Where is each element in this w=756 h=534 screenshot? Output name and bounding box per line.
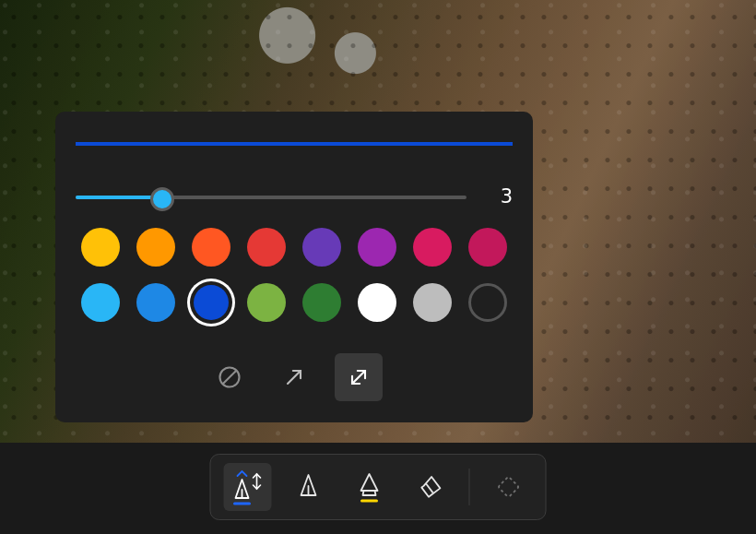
annotation-toolbar xyxy=(210,454,547,520)
tip-none[interactable] xyxy=(206,353,254,401)
color-swatch[interactable] xyxy=(81,228,120,267)
pen-icon xyxy=(301,475,316,495)
tool-highlighter[interactable] xyxy=(346,463,394,511)
color-swatch[interactable] xyxy=(358,283,396,322)
svg-line-4 xyxy=(352,371,365,384)
svg-rect-11 xyxy=(498,477,519,498)
pen-icon xyxy=(236,480,249,498)
thickness-value: 3 xyxy=(490,185,513,208)
chevron-up-icon xyxy=(238,471,247,476)
color-swatch[interactable] xyxy=(413,283,452,322)
stroke-preview xyxy=(76,139,513,148)
highlighter-icon xyxy=(361,474,378,495)
color-swatches xyxy=(81,228,507,322)
svg-line-10 xyxy=(425,483,434,492)
tool-eraser[interactable] xyxy=(407,463,455,511)
color-swatch[interactable] xyxy=(192,228,230,267)
eraser-icon xyxy=(420,476,442,499)
tool-pen-primary[interactable] xyxy=(224,463,272,511)
color-swatch[interactable] xyxy=(413,228,452,267)
tool-pen-secondary[interactable] xyxy=(285,463,333,511)
color-swatch[interactable] xyxy=(247,228,286,267)
color-swatch[interactable] xyxy=(194,285,229,320)
color-swatch[interactable] xyxy=(81,283,120,322)
color-swatch[interactable] xyxy=(136,283,175,322)
color-swatch[interactable] xyxy=(136,228,175,267)
pen-settings-panel: 3 xyxy=(55,112,533,422)
svg-line-2 xyxy=(222,370,236,384)
toolbar-strip xyxy=(0,443,756,534)
slider-thumb[interactable] xyxy=(150,187,174,211)
color-swatch[interactable] xyxy=(358,228,396,267)
tip-single-arrow[interactable] xyxy=(270,353,318,401)
slider-track-fill xyxy=(76,196,162,199)
toolbar-divider xyxy=(469,469,470,505)
crop-icon xyxy=(498,477,519,498)
color-swatch[interactable] xyxy=(302,283,341,322)
color-swatch[interactable] xyxy=(468,283,507,322)
color-swatch[interactable] xyxy=(468,228,507,267)
svg-line-3 xyxy=(288,371,301,384)
up-down-icon xyxy=(254,474,261,489)
thickness-slider[interactable] xyxy=(76,189,467,204)
thickness-slider-row: 3 xyxy=(76,185,513,208)
color-swatch[interactable] xyxy=(247,283,286,322)
arrow-tip-options xyxy=(55,353,533,401)
color-swatch[interactable] xyxy=(302,228,341,267)
tool-shape-crop[interactable] xyxy=(485,463,533,511)
tip-double-arrow[interactable] xyxy=(335,353,383,401)
